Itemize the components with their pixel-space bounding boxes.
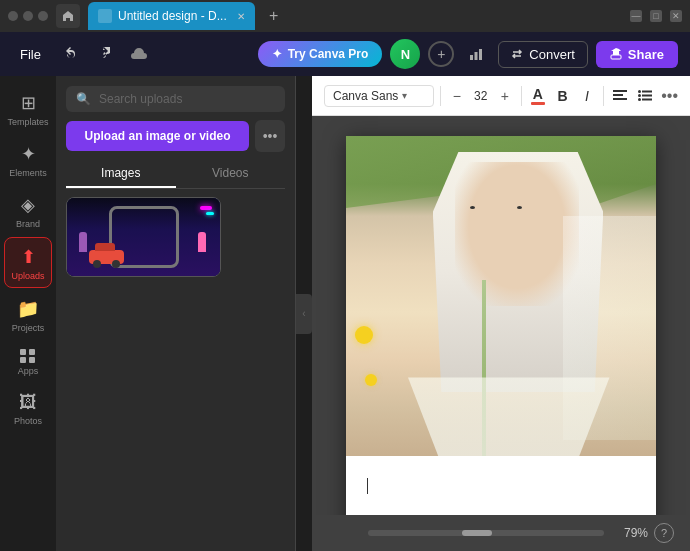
neon-light-2 bbox=[206, 212, 214, 215]
tab-favicon bbox=[98, 9, 112, 23]
sidebar-item-apps[interactable]: Apps bbox=[4, 341, 52, 382]
list-button[interactable] bbox=[635, 83, 656, 109]
font-name-label: Canva Sans bbox=[333, 89, 398, 103]
canvas-scroll[interactable] bbox=[312, 116, 690, 515]
convert-button[interactable]: Convert bbox=[498, 41, 588, 68]
convert-label: Convert bbox=[529, 47, 575, 62]
italic-button[interactable]: I bbox=[577, 83, 598, 109]
home-button[interactable] bbox=[56, 4, 80, 28]
photos-icon: 🖼 bbox=[19, 392, 37, 413]
uploads-icon: ⬆ bbox=[21, 246, 36, 268]
svg-rect-2 bbox=[479, 49, 482, 60]
active-tab[interactable]: Untitled design - D... ✕ bbox=[88, 2, 255, 30]
maximize-button[interactable]: □ bbox=[650, 10, 662, 22]
yellow-flower-2 bbox=[365, 374, 377, 386]
font-size-increase-button[interactable]: + bbox=[495, 86, 515, 106]
media-type-tabs: Images Videos bbox=[66, 160, 285, 189]
divider-3 bbox=[603, 86, 604, 106]
bottom-bar: 79% ? bbox=[312, 515, 690, 551]
upload-button-row: Upload an image or video ••• bbox=[66, 120, 285, 152]
analytics-button[interactable] bbox=[462, 40, 490, 68]
svg-point-11 bbox=[638, 94, 641, 97]
try-canva-label: Try Canva Pro bbox=[288, 47, 369, 61]
undo-redo-group bbox=[57, 40, 117, 68]
text-color-button[interactable]: A bbox=[528, 83, 549, 109]
svg-rect-8 bbox=[613, 98, 627, 100]
sidebar-apps-label: Apps bbox=[18, 366, 39, 376]
undo-button[interactable] bbox=[57, 40, 85, 68]
svg-rect-6 bbox=[613, 90, 627, 92]
tab-images[interactable]: Images bbox=[66, 160, 176, 188]
car-shape bbox=[89, 250, 124, 264]
text-cursor bbox=[367, 478, 368, 494]
canvas-area: Canva Sans ▾ − 32 + A B I bbox=[312, 76, 690, 551]
ellipsis-icon: ••• bbox=[263, 128, 278, 144]
sidebar-item-projects[interactable]: 📁 Projects bbox=[4, 290, 52, 339]
tab-videos[interactable]: Videos bbox=[176, 160, 286, 188]
help-button[interactable]: ? bbox=[654, 523, 674, 543]
search-input[interactable] bbox=[99, 92, 275, 106]
figure-left bbox=[79, 232, 87, 252]
main-layout: ⊞ Templates ✦ Elements ◈ Brand ⬆ Uploads… bbox=[0, 76, 690, 551]
font-size-decrease-button[interactable]: − bbox=[447, 86, 467, 106]
elements-icon: ✦ bbox=[21, 143, 36, 165]
divider-2 bbox=[521, 86, 522, 106]
panel-collapse-handle[interactable]: ‹ bbox=[296, 294, 312, 334]
upload-panel: 🔍 Upload an image or video ••• Images Vi… bbox=[56, 76, 296, 551]
sidebar-item-photos[interactable]: 🖼 Photos bbox=[4, 384, 52, 432]
sidebar-item-uploads[interactable]: ⬆ Uploads bbox=[4, 237, 52, 288]
redo-button[interactable] bbox=[89, 40, 117, 68]
divider-1 bbox=[440, 86, 441, 106]
try-canva-pro-button[interactable]: ✦ Try Canva Pro bbox=[258, 41, 383, 67]
sidebar-item-templates[interactable]: ⊞ Templates bbox=[4, 84, 52, 133]
svg-rect-5 bbox=[611, 55, 621, 59]
question-mark-icon: ? bbox=[661, 527, 667, 539]
sidebar-item-brand[interactable]: ◈ Brand bbox=[4, 186, 52, 235]
sidebar-uploads-label: Uploads bbox=[11, 271, 44, 281]
font-size-value[interactable]: 32 bbox=[469, 89, 493, 103]
menu-bar: File ✦ Try Canva Pro N + Convert Share bbox=[0, 32, 690, 76]
svg-point-9 bbox=[638, 90, 641, 93]
sidebar-elements-label: Elements bbox=[9, 168, 47, 178]
scrollbar-thumb[interactable] bbox=[462, 530, 492, 536]
canvas-text-area[interactable] bbox=[346, 456, 656, 515]
zoom-value[interactable]: 79% bbox=[624, 526, 648, 540]
svg-rect-1 bbox=[475, 52, 478, 60]
title-bar: Untitled design - D... ✕ + — □ ✕ bbox=[0, 0, 690, 32]
svg-rect-10 bbox=[642, 90, 652, 92]
more-options-button[interactable]: ••• bbox=[661, 87, 678, 105]
apps-icon bbox=[20, 349, 36, 363]
horizontal-scrollbar[interactable] bbox=[368, 530, 604, 536]
sidebar-photos-label: Photos bbox=[14, 416, 42, 426]
sidebar-projects-label: Projects bbox=[12, 323, 45, 333]
svg-rect-0 bbox=[470, 55, 473, 60]
file-menu[interactable]: File bbox=[12, 43, 49, 66]
thumb-image bbox=[67, 198, 220, 276]
bold-button[interactable]: B bbox=[552, 83, 573, 109]
share-label: Share bbox=[628, 47, 664, 62]
upload-thumbnail[interactable] bbox=[66, 197, 221, 277]
cloud-save-button[interactable] bbox=[125, 40, 153, 68]
avatar-button[interactable]: N bbox=[390, 39, 420, 69]
font-family-select[interactable]: Canva Sans ▾ bbox=[324, 85, 434, 107]
tab-close-button[interactable]: ✕ bbox=[237, 11, 245, 22]
projects-icon: 📁 bbox=[17, 298, 39, 320]
avatar-letter: N bbox=[401, 47, 410, 62]
search-bar[interactable]: 🔍 bbox=[66, 86, 285, 112]
color-a-icon: A bbox=[533, 86, 543, 102]
close-button[interactable]: ✕ bbox=[670, 10, 682, 22]
upload-image-video-button[interactable]: Upload an image or video bbox=[66, 121, 249, 151]
svg-point-13 bbox=[638, 98, 641, 101]
search-icon: 🔍 bbox=[76, 92, 91, 106]
canvas-page bbox=[346, 136, 656, 515]
canva-star-icon: ✦ bbox=[272, 47, 282, 61]
sidebar-item-elements[interactable]: ✦ Elements bbox=[4, 135, 52, 184]
share-button[interactable]: Share bbox=[596, 41, 678, 68]
add-account-button[interactable]: + bbox=[428, 41, 454, 67]
new-tab-button[interactable]: + bbox=[263, 5, 285, 27]
svg-rect-7 bbox=[613, 94, 623, 96]
align-left-button[interactable] bbox=[610, 83, 631, 109]
dot-3 bbox=[38, 11, 48, 21]
minimize-button[interactable]: — bbox=[630, 10, 642, 22]
upload-more-button[interactable]: ••• bbox=[255, 120, 285, 152]
